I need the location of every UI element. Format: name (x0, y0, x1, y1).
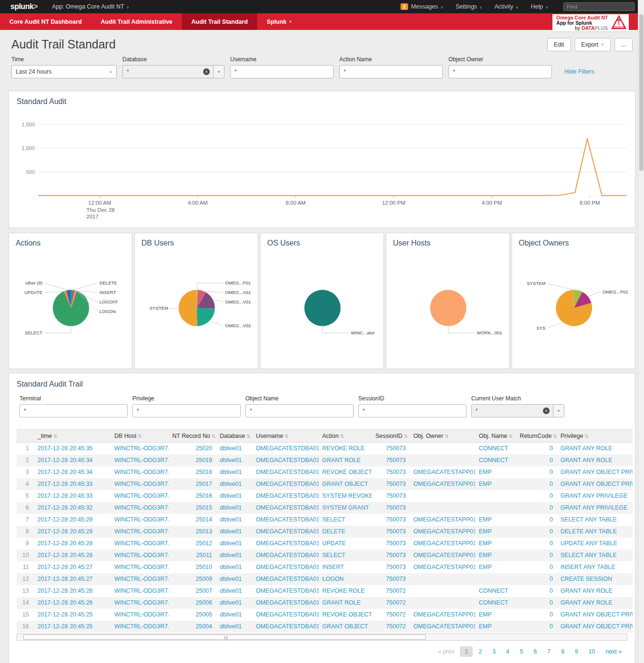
column-header[interactable]: Privilege⇅ (557, 429, 633, 443)
nav-tab-core-audit-dashboard[interactable]: Core Audit NT Dashboard (0, 13, 91, 30)
table-cell[interactable]: OMEGACATESTAPP01 (410, 514, 475, 526)
pagination-page-9[interactable]: 9 (570, 646, 583, 657)
table-cell[interactable] (475, 490, 516, 502)
table-cell[interactable]: INSERT (318, 561, 372, 573)
table-cell[interactable]: 750073 (372, 502, 410, 514)
table-cell[interactable]: OMEGACATESTDBA01 (252, 585, 318, 597)
time-range-select[interactable]: Last 24 hours∨ (11, 65, 117, 78)
table-cell[interactable]: 25019 (168, 455, 216, 466)
line-series[interactable] (38, 139, 626, 196)
table-cell[interactable]: 2017-12-28 20:45:26 (34, 585, 111, 597)
table-cell[interactable]: 2017-12-28 20:45:34 (34, 455, 111, 466)
table-cell[interactable]: 2017-12-28 20:45:35 (34, 443, 111, 455)
table-cell[interactable]: OMEGACATESTDBA01 (252, 609, 318, 621)
table-cell[interactable]: WINCTRL-ODG3R7J (111, 609, 168, 621)
table-cell[interactable] (410, 573, 475, 585)
table-cell[interactable]: OMEGACATESTAPP01 (410, 609, 475, 621)
table-cell[interactable]: GRANT ANY ROLE (557, 585, 633, 597)
table-cell[interactable]: 25011 (168, 549, 216, 561)
table-cell[interactable] (410, 443, 475, 455)
table-cell[interactable]: OMEGACATESTDBA01 (252, 561, 318, 573)
table-cell[interactable]: 0 (516, 443, 557, 455)
column-header[interactable]: _time⇅ (34, 429, 111, 443)
object-owner-input[interactable] (448, 65, 552, 78)
table-cell[interactable]: OMEGACATESTDBA01 (252, 490, 318, 502)
table-cell[interactable]: OMEGACATESTAPP01 (410, 549, 475, 561)
pagination-page-10[interactable]: 10 (584, 646, 600, 657)
table-cell[interactable]: OMEGACATESTDBA01 (252, 621, 318, 633)
table-cell[interactable]: WINCTRL-ODG3R7J (111, 455, 168, 466)
table-cell[interactable]: 0 (516, 549, 557, 561)
table-cell[interactable]: dblive01 (216, 466, 252, 478)
table-cell[interactable]: EMP (475, 609, 516, 621)
table-cell[interactable]: CONNECT (475, 597, 516, 609)
table-cell[interactable]: OMEGACATESTDBA01 (252, 597, 318, 609)
table-cell[interactable]: WINCTRL-ODG3R7J (111, 561, 168, 573)
table-cell[interactable]: 0 (516, 609, 557, 621)
table-cell[interactable]: 2017-12-28 20:45:29 (34, 526, 111, 538)
table-cell[interactable]: REVOKE OBJECT (318, 466, 372, 478)
table-cell[interactable]: dblive01 (216, 526, 252, 538)
os-users-pie-chart[interactable]: WINC...ator (267, 249, 378, 361)
table-cell[interactable]: 0 (516, 573, 557, 585)
table-cell[interactable]: OMEGACATESTDBA01 (252, 538, 318, 549)
table-cell[interactable]: DELETE (318, 526, 372, 538)
table-cell[interactable] (475, 573, 516, 585)
table-cell[interactable]: OMEGACATESTDBA01 (252, 526, 318, 538)
table-cell[interactable]: 750072 (372, 609, 410, 621)
edit-button[interactable]: Edit (547, 38, 571, 51)
table-cell[interactable]: OMEGACATESTDBA01 (252, 478, 318, 490)
table-cell[interactable]: 0 (516, 514, 557, 526)
table-cell[interactable]: OMEGACATESTAPP01 (410, 526, 475, 538)
table-cell[interactable]: 0 (516, 538, 557, 549)
pagination-page-4[interactable]: 4 (501, 646, 514, 657)
messages-menu[interactable]: 2Messages∨ (401, 3, 443, 10)
table-cell[interactable]: WINCTRL-ODG3R7J (111, 549, 168, 561)
nav-tab-splunk-menu[interactable]: Splunk∨ (257, 13, 301, 30)
table-cell[interactable]: 25016 (168, 490, 216, 502)
table-cell[interactable]: REVOKE ROLE (318, 443, 372, 455)
table-cell[interactable]: dblive01 (216, 502, 252, 514)
table-cell[interactable]: 25006 (168, 597, 216, 609)
pagination-page-3[interactable]: 3 (487, 646, 500, 657)
table-cell[interactable]: WINCTRL-ODG3R7J (111, 597, 168, 609)
table-cell[interactable]: 0 (516, 621, 557, 633)
table-cell[interactable]: 25009 (168, 573, 216, 585)
clear-icon[interactable]: × (543, 407, 550, 414)
pagination-page-6[interactable]: 6 (529, 646, 541, 657)
object-name-input[interactable] (245, 404, 354, 417)
column-header[interactable]: Action⇅ (318, 429, 372, 443)
object-owners-pie-chart[interactable]: SYSTEMSYSOMEG...P01 (519, 249, 629, 361)
table-cell[interactable]: GRANT ROLE (318, 455, 372, 466)
table-cell[interactable]: 25012 (168, 538, 216, 549)
pagination-page-8[interactable]: 8 (556, 646, 569, 657)
table-cell[interactable]: EMP (475, 466, 516, 478)
terminal-input[interactable] (19, 404, 128, 417)
current-user-match-combo-input[interactable]: *× (471, 404, 553, 417)
table-cell[interactable]: 750073 (372, 455, 410, 466)
table-cell[interactable]: dblive01 (216, 573, 252, 585)
column-header[interactable]: ReturnCode⇅ (516, 429, 557, 443)
table-cell[interactable]: 25017 (168, 478, 216, 490)
table-cell[interactable]: 2017-12-28 20:45:33 (34, 478, 111, 490)
table-cell[interactable]: 2017-12-28 20:45:28 (34, 538, 111, 549)
table-cell[interactable]: WINCTRL-ODG3R7J (111, 478, 168, 490)
pie-slice[interactable] (430, 290, 466, 326)
table-cell[interactable]: GRANT ANY PRIVILEGE (557, 502, 633, 514)
table-cell[interactable]: 2017-12-28 20:45:27 (34, 561, 111, 573)
table-cell[interactable]: 25010 (168, 561, 216, 573)
username-input[interactable] (230, 65, 334, 78)
table-cell[interactable]: 750073 (372, 443, 410, 455)
table-cell[interactable]: CREATE SESSION (557, 573, 633, 585)
actions-pie-chart[interactable]: other (8)UPDATESELECTDELETEINSERTLOGOFFL… (16, 249, 126, 361)
page-vertical-scrollbar[interactable] (638, 0, 644, 663)
table-cell[interactable]: 2017-12-28 20:45:27 (34, 573, 111, 585)
table-cell[interactable]: OMEGACATESTDBA01 (252, 466, 318, 478)
clear-icon[interactable]: × (203, 68, 210, 75)
table-cell[interactable]: 750073 (372, 561, 410, 573)
pagination-page-5[interactable]: 5 (515, 646, 528, 657)
table-cell[interactable]: CONNECT (475, 455, 516, 466)
table-cell[interactable]: 2017-12-28 20:45:28 (34, 549, 111, 561)
table-cell[interactable]: WINCTRL-ODG3R7J (111, 585, 168, 597)
table-horizontal-scrollbar[interactable] (17, 634, 627, 641)
